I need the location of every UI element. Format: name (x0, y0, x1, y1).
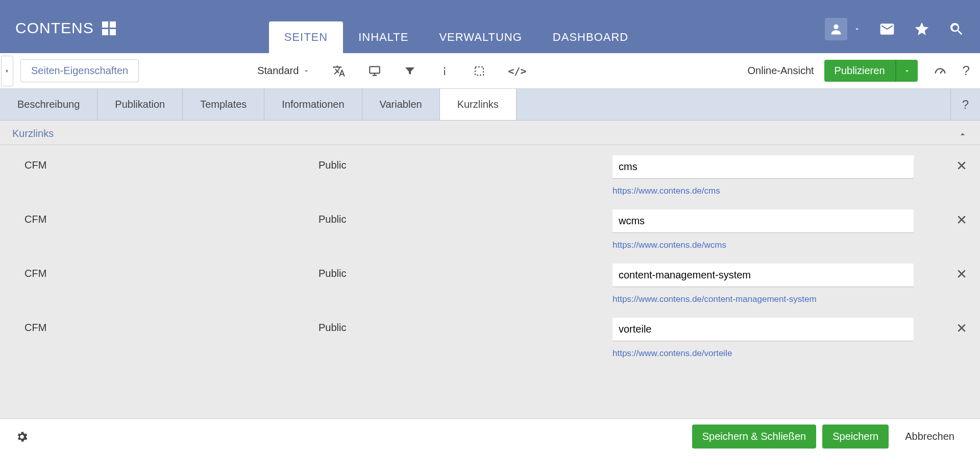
search-icon[interactable] (948, 21, 965, 37)
subtab-kurzlinks[interactable]: Kurzlinks (440, 89, 517, 120)
row-scope-label: Public (318, 264, 612, 279)
logo-text: CONTENS (15, 19, 94, 37)
shortlink-input[interactable] (612, 209, 914, 233)
app-logo[interactable]: CONTENS (15, 0, 116, 53)
remove-row-button[interactable] (955, 209, 968, 226)
selection-icon[interactable] (473, 65, 485, 77)
code-icon[interactable]: </> (508, 65, 526, 77)
chevron-down-icon (903, 67, 911, 75)
shortlink-input[interactable] (612, 318, 914, 341)
row-type-label: CFM (24, 264, 318, 279)
shortlink-row: CFM Public https://www.contens.de/conten… (0, 255, 980, 310)
remove-row-button[interactable] (955, 155, 968, 172)
shortlink-row: CFM Public https://www.contens.de/vortei… (0, 310, 980, 364)
remove-row-button[interactable] (955, 318, 968, 334)
save-button[interactable]: Speichern (822, 425, 889, 449)
svg-rect-1 (370, 66, 380, 73)
translate-icon[interactable] (332, 64, 346, 78)
publish-button[interactable]: Publizieren (824, 60, 895, 82)
avatar-icon (825, 18, 847, 40)
row-scope-label: Public (318, 209, 612, 225)
section-collapse-icon[interactable] (958, 128, 968, 139)
page-properties-button[interactable]: Seiten-Eigenschaften (20, 59, 139, 82)
shortlink-row: CFM Public https://www.contens.de/wcms (0, 201, 980, 255)
logo-grid-icon (102, 21, 116, 35)
help-icon[interactable]: ? (963, 63, 970, 79)
sidebar-expand-handle[interactable] (1, 56, 13, 86)
svg-point-2 (444, 67, 446, 68)
subtab-variablen[interactable]: Variablen (362, 89, 440, 120)
shortlink-input[interactable] (612, 155, 914, 179)
svg-rect-4 (475, 67, 483, 75)
subtab-templates[interactable]: Templates (183, 89, 264, 120)
device-preview-icon[interactable] (368, 64, 381, 78)
gauge-icon[interactable] (933, 64, 947, 78)
shortlink-row: CFM Public https://www.contens.de/cms (0, 147, 980, 201)
chevron-right-icon (4, 67, 11, 75)
close-icon (955, 214, 968, 226)
subtab-beschreibung[interactable]: Beschreibung (0, 89, 97, 120)
user-menu[interactable] (825, 18, 861, 40)
close-icon (955, 322, 968, 334)
close-icon (955, 159, 968, 172)
svg-point-0 (834, 25, 838, 29)
main-nav: SEITEN INHALTE VERWALTUNG DASHBOARD (269, 0, 644, 53)
gear-icon[interactable] (15, 430, 29, 443)
tab-inhalte[interactable]: INHALTE (343, 21, 424, 53)
remove-row-button[interactable] (955, 264, 968, 280)
online-view-link[interactable]: Online-Ansicht (748, 65, 814, 77)
star-icon[interactable] (914, 21, 930, 37)
tab-dashboard[interactable]: DASHBOARD (537, 21, 644, 53)
subtab-publikation[interactable]: Publikation (97, 89, 183, 120)
cancel-button[interactable]: Abbrechen (895, 425, 965, 449)
filter-icon[interactable] (404, 65, 416, 77)
subtab-informationen[interactable]: Informationen (264, 89, 362, 120)
shortlink-url[interactable]: https://www.contens.de/wcms (612, 240, 945, 250)
chevron-down-icon (853, 26, 861, 33)
section-title: Kurzlinks (12, 128, 54, 139)
info-icon[interactable] (438, 65, 451, 77)
tab-seiten[interactable]: SEITEN (269, 21, 343, 53)
close-icon (955, 268, 968, 280)
shortlink-url[interactable]: https://www.contens.de/content-managemen… (612, 294, 945, 304)
row-type-label: CFM (24, 155, 318, 171)
shortlink-url[interactable]: https://www.contens.de/cms (612, 186, 945, 196)
row-scope-label: Public (318, 155, 612, 171)
row-scope-label: Public (318, 318, 612, 334)
tab-verwaltung[interactable]: VERWALTUNG (424, 21, 537, 53)
row-type-label: CFM (24, 318, 318, 334)
subtab-help-icon[interactable]: ? (950, 89, 980, 120)
chevron-down-icon (303, 67, 310, 75)
view-standard-dropdown[interactable]: Standard (257, 65, 310, 77)
shortlink-url[interactable]: https://www.contens.de/vorteile (612, 348, 945, 359)
mail-icon[interactable] (879, 21, 895, 37)
publish-dropdown[interactable] (895, 60, 918, 82)
view-standard-label: Standard (257, 65, 299, 77)
shortlink-input[interactable] (612, 264, 914, 287)
svg-rect-3 (444, 70, 445, 75)
save-close-button[interactable]: Speichern & Schließen (692, 425, 816, 449)
row-type-label: CFM (24, 209, 318, 225)
